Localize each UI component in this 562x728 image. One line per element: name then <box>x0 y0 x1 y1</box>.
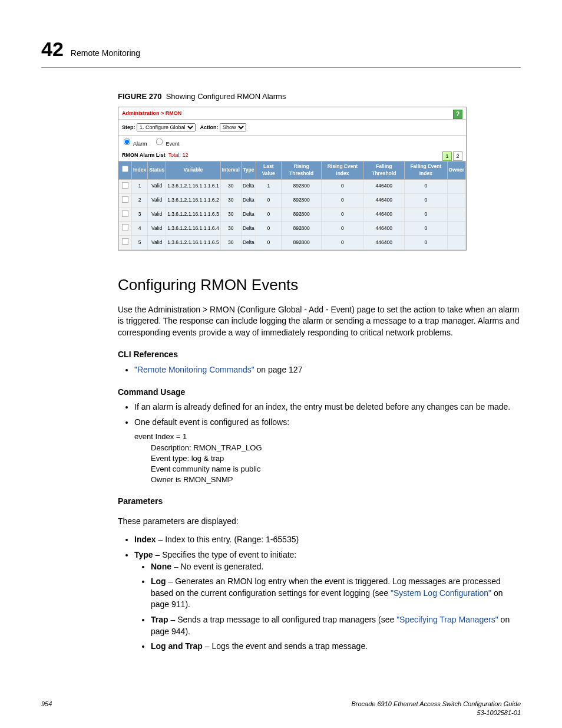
rmon-alarm-table: IndexStatusVariableIntervalTypeLast Valu… <box>118 161 466 250</box>
table-cell: 30 <box>220 179 241 193</box>
col-header: Index <box>132 161 148 179</box>
intro-paragraph: Use the Administration > RMON (Configure… <box>118 304 521 339</box>
table-cell: Delta <box>241 207 256 222</box>
param-type-trap: Trap – Sends a trap message to all confi… <box>151 614 521 637</box>
col-header: Status <box>148 161 166 179</box>
table-cell: 0 <box>405 179 447 193</box>
parameters-heading: Parameters <box>118 496 521 508</box>
table-cell: 446400 <box>363 222 405 236</box>
table-cell: 4 <box>132 222 148 236</box>
table-cell: 2 <box>132 193 148 207</box>
step-select[interactable]: 1. Configure Global <box>137 123 196 131</box>
col-header: Type <box>241 161 256 179</box>
table-cell: 0 <box>322 179 363 193</box>
table-cell: 0 <box>322 207 363 222</box>
table-cell: 0 <box>405 207 447 222</box>
table-row: 1Valid1.3.6.1.2.1.16.1.1.1.6.130Delta189… <box>119 179 466 193</box>
table-cell: Delta <box>241 193 256 207</box>
param-type: Type – Specifies the type of event to in… <box>134 549 521 653</box>
table-cell: 0 <box>256 222 281 236</box>
table-cell: 446400 <box>363 179 405 193</box>
chapter-title: Remote Monitoring <box>71 48 140 60</box>
table-row: 5Valid1.3.6.1.2.1.16.1.1.1.6.530Delta089… <box>119 236 466 250</box>
table-cell: 0 <box>256 193 281 207</box>
table-cell: 0 <box>256 207 281 222</box>
row-checkbox[interactable] <box>122 210 129 217</box>
table-cell <box>447 207 465 222</box>
cli-references-heading: CLI References <box>118 349 521 361</box>
parameters-intro: These parameters are displayed: <box>118 516 521 528</box>
radio-event[interactable]: Event <box>154 141 180 147</box>
col-header: Falling Event Index <box>405 161 447 179</box>
table-row: 3Valid1.3.6.1.2.1.16.1.1.1.6.330Delta089… <box>119 207 466 222</box>
chapter-number: 42 <box>41 35 64 64</box>
row-checkbox[interactable] <box>122 182 129 189</box>
table-cell: 892800 <box>281 207 322 222</box>
table-row: 2Valid1.3.6.1.2.1.16.1.1.1.6.230Delta089… <box>119 193 466 207</box>
table-cell: 5 <box>132 236 148 250</box>
table-cell: 0 <box>405 222 447 236</box>
row-checkbox[interactable] <box>122 196 129 203</box>
rmon-screenshot: Administration > RMON ? Step: 1. Configu… <box>118 107 467 251</box>
row-checkbox[interactable] <box>122 238 129 245</box>
table-cell: 892800 <box>281 236 322 250</box>
table-cell: 1.3.6.1.2.1.16.1.1.1.6.1 <box>166 179 220 193</box>
table-cell: 892800 <box>281 193 322 207</box>
table-cell: Valid <box>148 193 166 207</box>
table-cell: 446400 <box>363 236 405 250</box>
table-cell: Delta <box>241 179 256 193</box>
col-header: Interval <box>220 161 241 179</box>
table-cell: 1.3.6.1.2.1.16.1.1.1.6.5 <box>166 236 220 250</box>
section-heading: Configuring RMON Events <box>118 274 521 295</box>
radio-alarm[interactable]: Alarm <box>122 141 147 147</box>
cli-ref-item: "Remote Monitoring Commands" on page 127 <box>134 364 521 376</box>
col-header: Last Value <box>256 161 281 179</box>
remote-monitoring-link[interactable]: "Remote Monitoring Commands" <box>134 365 254 374</box>
col-header <box>119 161 132 179</box>
table-cell: Delta <box>241 236 256 250</box>
param-type-log: Log – Generates an RMON log entry when t… <box>151 576 521 611</box>
page-1[interactable]: 1 <box>442 151 452 161</box>
command-usage-heading: Command Usage <box>118 387 521 398</box>
toolbar: Step: 1. Configure Global Action: Show <box>118 120 466 136</box>
col-header: Falling Threshold <box>363 161 405 179</box>
table-cell: 446400 <box>363 207 405 222</box>
col-header: Variable <box>166 161 220 179</box>
trap-managers-link[interactable]: "Specifying Trap Managers" <box>396 615 498 624</box>
action-label: Action: <box>200 124 219 130</box>
table-cell: 0 <box>405 236 447 250</box>
radio-bar: Alarm Event <box>118 136 466 150</box>
action-select[interactable]: Show <box>220 123 246 131</box>
table-cell: Valid <box>148 236 166 250</box>
table-cell: 30 <box>220 193 241 207</box>
param-type-logtrap: Log and Trap – Logs the event and sends … <box>151 641 521 653</box>
figure-label: FIGURE 270 <box>118 92 161 101</box>
page-2[interactable]: 2 <box>453 151 462 161</box>
table-cell: 30 <box>220 236 241 250</box>
help-icon[interactable]: ? <box>453 110 462 119</box>
table-cell <box>447 222 465 236</box>
step-label: Step: <box>122 124 135 130</box>
figure-caption: FIGURE 270 Showing Configured RMON Alarm… <box>118 91 521 102</box>
page-number: 954 <box>41 700 52 718</box>
table-cell <box>447 193 465 207</box>
table-cell: Valid <box>148 222 166 236</box>
table-cell: Valid <box>148 179 166 193</box>
breadcrumb: Administration > RMON ? <box>118 107 466 120</box>
col-header: Rising Threshold <box>281 161 322 179</box>
table-row: 4Valid1.3.6.1.2.1.16.1.1.1.6.430Delta089… <box>119 222 466 236</box>
list-header: RMON Alarm List Total: 12 12 <box>118 150 466 160</box>
system-log-link[interactable]: "System Log Configuration" <box>391 588 491 598</box>
table-cell: 892800 <box>281 222 322 236</box>
table-cell: 0 <box>256 236 281 250</box>
select-all-checkbox[interactable] <box>122 166 129 173</box>
col-header: Rising Event Index <box>322 161 363 179</box>
table-cell: 1.3.6.1.2.1.16.1.1.1.6.4 <box>166 222 220 236</box>
table-cell: 0 <box>322 236 363 250</box>
pager: 12 <box>441 151 462 161</box>
row-checkbox[interactable] <box>122 224 129 231</box>
table-cell: 30 <box>220 207 241 222</box>
table-cell: Delta <box>241 222 256 236</box>
figure-text: Showing Configured RMON Alarms <box>166 92 286 101</box>
table-cell: 1.3.6.1.2.1.16.1.1.1.6.2 <box>166 193 220 207</box>
